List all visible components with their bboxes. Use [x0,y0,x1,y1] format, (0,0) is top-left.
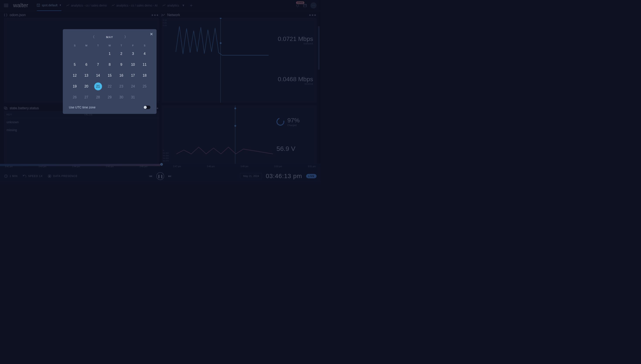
day-header: W [104,44,115,47]
calendar-day[interactable]: 27 [82,94,90,101]
calendar-day[interactable]: 10 [129,61,137,68]
calendar-day[interactable]: 29 [106,94,114,101]
calendar-day[interactable]: 19 [71,82,79,90]
calendar-day[interactable]: 14 [94,72,102,80]
day-header: F [127,44,139,47]
close-button[interactable]: ✕ [150,32,153,36]
day-header: T [92,44,104,47]
day-header: T [116,44,127,47]
calendar-day[interactable]: 20 [82,82,90,90]
calendar-header: 〈 MAY 〉 [69,35,150,40]
calendar-day[interactable]: 15 [106,72,114,80]
calendar-day[interactable]: 18 [141,72,148,80]
calendar-day [71,50,79,58]
calendar-day[interactable]: 24 [129,82,137,90]
calendar-day[interactable]: 26 [71,94,79,101]
calendar-day[interactable]: 6 [82,61,90,68]
calendar-day[interactable]: 25 [141,82,148,90]
day-header: M [80,44,92,47]
calendar-day [94,50,102,58]
utc-toggle[interactable] [143,106,150,109]
calendar-day[interactable]: 4 [141,50,148,58]
calendar-grid: SMTWTFS123456789101112131415161718192021… [69,44,150,101]
prev-month-button[interactable]: 〈 [91,35,95,40]
calendar-day[interactable]: 5 [71,61,79,68]
month-label: MAY [106,36,113,39]
calendar-day[interactable]: 12 [71,72,79,80]
calendar-day[interactable]: 23 [117,82,125,90]
day-header: S [139,44,150,47]
calendar-day[interactable]: 7 [94,61,102,68]
calendar-day[interactable]: 31 [129,94,137,101]
calendar-footer: Use UTC time zone [69,106,150,109]
calendar-day[interactable]: 17 [129,72,137,80]
calendar-day[interactable]: 21 [94,82,102,90]
calendar-day[interactable]: 2 [117,50,125,58]
day-header: S [69,44,80,47]
calendar-day[interactable]: 30 [117,94,125,101]
calendar-day[interactable]: 22 [106,82,114,90]
modal-overlay[interactable] [0,0,320,182]
calendar-day [141,94,148,101]
calendar-day[interactable]: 3 [129,50,137,58]
calendar-day[interactable]: 28 [94,94,102,101]
next-month-button[interactable]: 〉 [124,35,128,40]
toggle-knob [144,106,147,109]
calendar-modal: ✕ 〈 MAY 〉 SMTWTFS12345678910111213141516… [63,29,156,114]
calendar-day[interactable]: 13 [82,72,90,80]
utc-label: Use UTC time zone [69,106,96,109]
calendar-day[interactable]: 16 [117,72,125,80]
calendar-day[interactable]: 8 [106,61,114,68]
calendar-day [82,50,90,58]
calendar-day[interactable]: 1 [106,50,114,58]
calendar-day[interactable]: 11 [141,61,148,68]
calendar-day[interactable]: 9 [117,61,125,68]
